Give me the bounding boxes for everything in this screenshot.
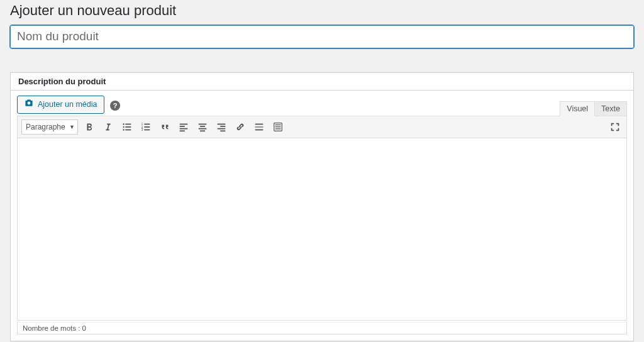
word-count-value: 0: [82, 324, 86, 332]
bullet-list-button[interactable]: [119, 119, 135, 135]
add-media-button[interactable]: Ajouter un média: [17, 96, 104, 114]
tab-text[interactable]: Texte: [594, 101, 627, 116]
italic-button[interactable]: [101, 119, 116, 135]
add-media-label: Ajouter un média: [38, 99, 97, 111]
svg-rect-17: [200, 126, 205, 127]
media-icon: [24, 98, 34, 112]
blockquote-button[interactable]: [157, 119, 172, 135]
svg-rect-31: [275, 128, 281, 129]
word-count-status: Nombre de mots : 0: [17, 322, 627, 334]
svg-rect-24: [255, 123, 264, 124]
description-editor[interactable]: [17, 138, 627, 321]
editor-tabs: Visuel Texte: [560, 101, 627, 116]
svg-rect-26: [255, 126, 264, 128]
svg-rect-30: [275, 126, 281, 127]
read-more-button[interactable]: [252, 119, 267, 135]
svg-rect-15: [180, 130, 185, 131]
svg-rect-21: [220, 126, 225, 127]
svg-point-4: [123, 129, 124, 130]
toolbar-toggle-button[interactable]: [270, 119, 286, 135]
svg-rect-5: [125, 129, 131, 130]
svg-rect-12: [180, 123, 188, 124]
svg-rect-18: [199, 128, 207, 129]
description-header: Description du produit: [11, 73, 633, 91]
svg-point-0: [123, 123, 124, 124]
link-button[interactable]: [233, 119, 248, 135]
svg-rect-13: [180, 126, 185, 127]
svg-rect-19: [200, 130, 205, 131]
svg-rect-7: [144, 123, 150, 124]
svg-rect-3: [125, 126, 131, 128]
editor-toolbar: Paragraphe ▼ 123: [17, 116, 627, 138]
help-icon[interactable]: ?: [110, 101, 120, 111]
svg-rect-23: [220, 130, 225, 131]
format-select[interactable]: Paragraphe: [21, 119, 78, 135]
svg-rect-11: [144, 129, 150, 130]
word-count-label: Nombre de mots :: [23, 324, 82, 332]
align-right-button[interactable]: [214, 119, 229, 135]
svg-rect-20: [218, 123, 226, 124]
product-name-input[interactable]: [10, 25, 634, 48]
svg-rect-22: [218, 128, 226, 129]
tab-visual[interactable]: Visuel: [560, 101, 595, 116]
svg-rect-14: [180, 128, 188, 129]
fullscreen-button[interactable]: [608, 119, 623, 135]
svg-rect-9: [144, 126, 150, 128]
numbered-list-button[interactable]: 123: [138, 119, 153, 135]
page-title: Ajouter un nouveau produit: [10, 3, 634, 19]
description-postbox: Description du produit Ajouter un média …: [10, 72, 634, 341]
svg-rect-29: [275, 124, 281, 125]
bold-button[interactable]: [82, 119, 97, 135]
description-heading: Description du produit: [18, 77, 626, 86]
svg-text:3: 3: [142, 128, 143, 131]
svg-point-2: [123, 126, 124, 127]
align-left-button[interactable]: [176, 119, 191, 135]
svg-rect-1: [125, 123, 131, 124]
align-center-button[interactable]: [195, 119, 210, 135]
svg-rect-27: [255, 129, 264, 130]
svg-rect-16: [199, 123, 207, 124]
